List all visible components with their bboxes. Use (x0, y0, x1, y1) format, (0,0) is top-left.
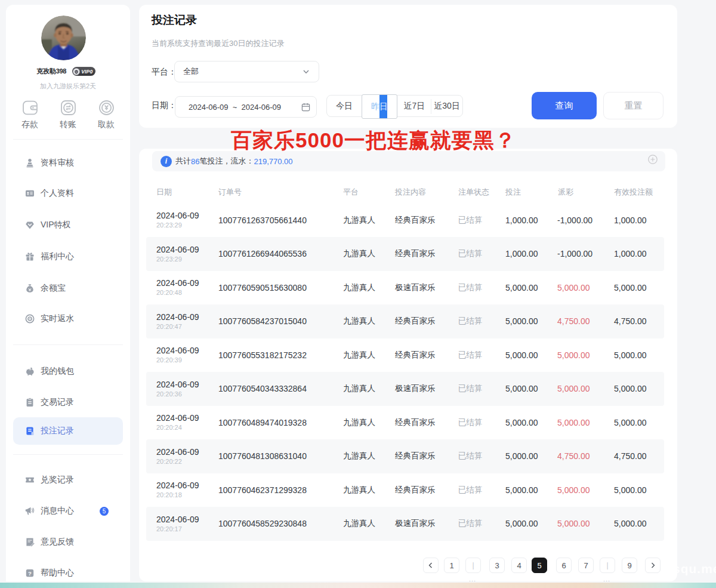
svg-text:?: ? (28, 570, 32, 577)
